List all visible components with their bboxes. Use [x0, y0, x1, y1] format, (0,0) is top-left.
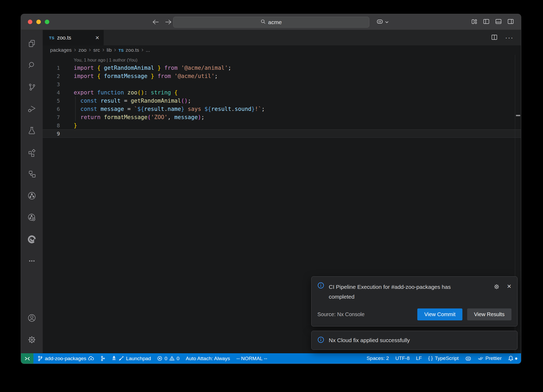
breadcrumb-item[interactable]: zoo [78, 47, 87, 53]
breadcrumb-item[interactable]: lib [107, 47, 112, 53]
double-check-icon [478, 356, 483, 360]
breadcrumb-item-file[interactable]: TSzoo.ts [119, 47, 139, 53]
breadcrumb-overflow[interactable]: ... [146, 47, 150, 53]
notification-settings-gear-icon[interactable] [493, 284, 500, 291]
code-line[interactable]: 9 [43, 129, 521, 138]
tab-close-icon[interactable]: ✕ [95, 35, 99, 41]
git-branch-label: add-zoo-packages [45, 356, 86, 361]
spaces-item[interactable]: Spaces: 2 [363, 355, 392, 361]
remote-indicator[interactable] [21, 353, 33, 364]
zoom-window-button[interactable] [45, 20, 49, 24]
code-line[interactable]: 5 const result = getRandomAnimal(); [43, 97, 521, 105]
toggle-secondary-sidebar-icon[interactable] [507, 18, 514, 26]
breadcrumb-item[interactable]: src [93, 47, 100, 53]
line-number[interactable]: 9 [43, 130, 60, 137]
breadcrumb: packages›zoo›src›lib›TSzoo.ts›... [43, 45, 521, 55]
view-commit-button[interactable]: View Commit [417, 308, 462, 320]
errors-icon [157, 356, 162, 361]
copilot-icon [465, 355, 471, 362]
info-icon [317, 282, 324, 290]
line-number[interactable]: 5 [43, 98, 60, 104]
code-line[interactable]: 8} [43, 121, 521, 129]
nx-console-icon[interactable] [21, 163, 43, 185]
encoding-item[interactable]: UTF-8 [392, 355, 413, 361]
code-text: import { formatMessage } from '@acme/uti… [74, 73, 218, 79]
notification-nx-cloud-fix: Nx Cloud fix applied successfully [311, 331, 518, 350]
code-line[interactable]: 4export function zoo(): string { [43, 88, 521, 97]
extensions-icon[interactable] [21, 141, 43, 163]
toggle-panel-icon[interactable] [495, 18, 502, 26]
launchpad-item[interactable]: Launchpad [108, 353, 154, 364]
line-number[interactable]: 3 [43, 81, 60, 88]
breadcrumb-separator-icon: › [114, 47, 116, 54]
titlebar: acme [21, 14, 521, 30]
code-line[interactable]: 1import { getRandomAnimal } from '@acme/… [43, 64, 521, 72]
notification-close-icon[interactable]: ✕ [507, 284, 511, 291]
tab-zoo-ts[interactable]: TS zoo.ts ✕ [43, 30, 104, 45]
breadcrumb-separator-icon: › [89, 47, 91, 54]
line-number[interactable]: 2 [43, 73, 60, 79]
settings-gear-icon[interactable] [21, 329, 43, 351]
formatter-label: Prettier [485, 355, 502, 361]
accounts-icon[interactable] [21, 307, 43, 329]
customize-layout-icon[interactable] [471, 18, 478, 26]
code-line[interactable]: 2import { formatMessage } from '@acme/ut… [43, 72, 521, 80]
testing-icon[interactable] [21, 120, 43, 141]
status-bar: add-zoo-packages Launchpad 0 0 Auto Atta… [21, 353, 521, 364]
more-views-icon[interactable] [21, 250, 43, 272]
chevron-down-icon[interactable] [385, 20, 389, 24]
window-controls [21, 20, 49, 24]
command-center-search[interactable]: acme [173, 17, 369, 28]
view-results-button[interactable]: View Results [467, 308, 511, 320]
auto-attach-item[interactable]: Auto Attach: Always [183, 353, 233, 364]
code-text: const message = `${result.name} says ${r… [74, 106, 265, 112]
run-and-debug-icon[interactable] [21, 98, 43, 120]
notifications-bell-item[interactable] [505, 355, 517, 361]
breadcrumb-separator-icon: › [142, 47, 143, 54]
errors-count: 0 [164, 356, 167, 361]
line-number[interactable]: 7 [43, 114, 60, 120]
nx-project-details-icon[interactable] [21, 207, 43, 228]
back-arrow-icon[interactable] [152, 19, 159, 25]
eol-item[interactable]: LF [413, 355, 425, 361]
formatter-item[interactable]: Prettier [475, 355, 505, 361]
cloud-upload-icon [88, 356, 94, 361]
search-value: acme [268, 19, 282, 25]
copilot-icon[interactable] [376, 18, 383, 26]
search-sidebar-icon[interactable] [21, 54, 43, 76]
vim-mode-item[interactable]: -- NORMAL -- [233, 353, 270, 364]
line-number[interactable]: 4 [43, 89, 60, 96]
toggle-primary-sidebar-icon[interactable] [483, 18, 490, 26]
notification-source: Source: Nx Console [317, 311, 365, 317]
split-editor-icon[interactable] [491, 34, 498, 42]
search-icon [261, 19, 266, 25]
forward-arrow-icon[interactable] [165, 19, 172, 25]
activity-bar [21, 30, 43, 353]
breadcrumb-item[interactable]: packages [50, 47, 72, 53]
line-number[interactable]: 6 [43, 106, 60, 112]
close-window-button[interactable] [28, 20, 32, 24]
braces-icon: { } [428, 355, 433, 361]
copilot-status-item[interactable] [462, 355, 475, 362]
source-control-icon[interactable] [21, 76, 43, 98]
code-line[interactable]: 7 return formatMessage('ZOO', message); [43, 113, 521, 121]
warnings-count: 0 [177, 356, 179, 361]
minimize-window-button[interactable] [36, 20, 41, 24]
code-line[interactable]: 6 const message = `${result.name} says $… [43, 105, 521, 113]
brush-icon [119, 356, 124, 361]
source-control-graph-item[interactable] [97, 353, 108, 364]
line-number[interactable]: 8 [43, 122, 60, 129]
git-branch-item[interactable]: add-zoo-packages [34, 353, 97, 364]
typescript-file-icon: TS [49, 36, 54, 40]
language-mode-item[interactable]: { } TypeScript [425, 355, 462, 361]
code-line[interactable]: 3 [43, 80, 521, 88]
line-number[interactable]: 1 [43, 65, 60, 71]
info-icon [317, 336, 324, 344]
git-graph-icon [100, 356, 105, 361]
bell-icon [508, 355, 514, 361]
edge-tools-icon[interactable] [21, 228, 43, 250]
explorer-icon[interactable] [21, 33, 43, 54]
tab-bar: TS zoo.ts ✕ ··· [43, 30, 521, 45]
nx-graph-icon[interactable] [21, 185, 43, 207]
problems-item[interactable]: 0 0 [154, 353, 182, 364]
